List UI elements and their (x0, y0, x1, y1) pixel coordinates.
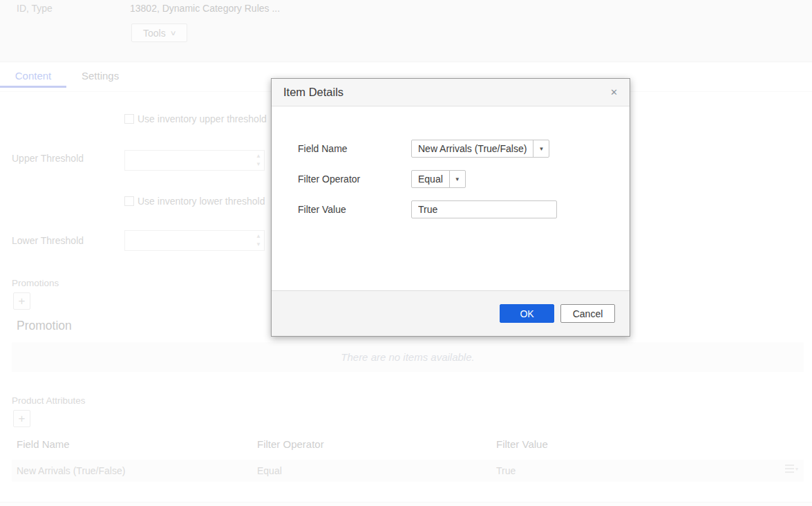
field-name-label: Field Name (298, 143, 411, 154)
close-icon[interactable]: ✕ (610, 88, 618, 97)
filter-operator-dropdown-value: Equal (412, 171, 449, 187)
dropdown-arrow-icon[interactable]: ▼ (449, 171, 465, 187)
filter-operator-label: Filter Operator (298, 174, 411, 185)
field-name-row: Field Name New Arrivals (True/False) ▼ (298, 140, 630, 158)
dialog-header: Item Details ✕ (272, 79, 630, 106)
dialog-footer: OK Cancel (272, 290, 630, 336)
filter-operator-dropdown[interactable]: Equal ▼ (411, 170, 466, 188)
dialog-body: Field Name New Arrivals (True/False) ▼ F… (272, 106, 630, 291)
field-name-dropdown[interactable]: New Arrivals (True/False) ▼ (411, 140, 549, 158)
filter-value-row: Filter Value (298, 200, 630, 218)
item-details-dialog: Item Details ✕ Field Name New Arrivals (… (271, 78, 630, 337)
field-name-dropdown-value: New Arrivals (True/False) (412, 140, 533, 157)
filter-value-input[interactable] (411, 200, 557, 218)
cancel-button[interactable]: Cancel (560, 304, 615, 323)
filter-operator-row: Filter Operator Equal ▼ (298, 170, 630, 188)
filter-value-label: Filter Value (298, 204, 411, 215)
ok-button[interactable]: OK (500, 304, 554, 323)
dialog-title: Item Details (283, 86, 343, 99)
dropdown-arrow-icon[interactable]: ▼ (533, 140, 549, 157)
